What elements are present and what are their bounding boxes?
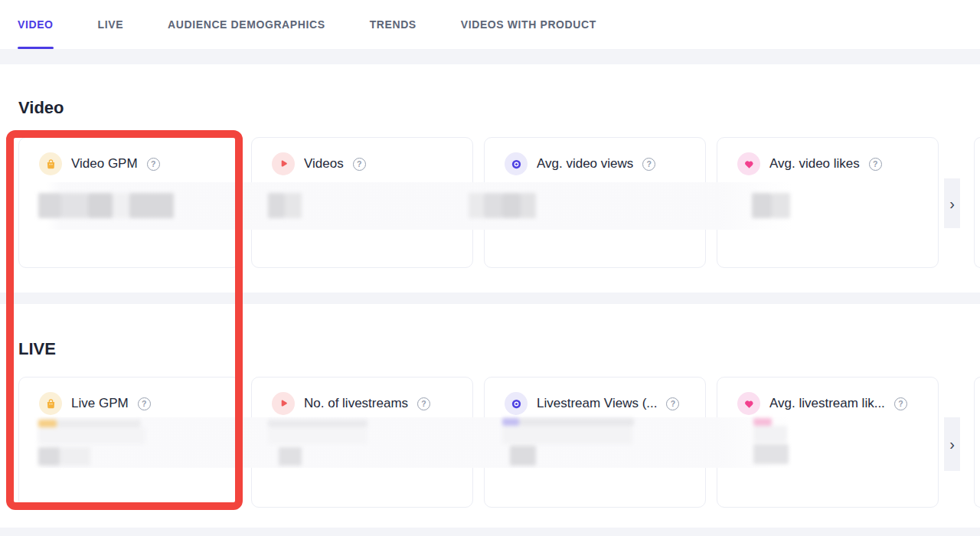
views-icon: [505, 392, 528, 415]
panel-divider: [0, 293, 980, 304]
metric-card-live-gpm: Live GPM ?: [18, 377, 240, 508]
carousel-next-button[interactable]: ›: [944, 417, 960, 471]
card-title: Avg. livestream lik...: [769, 396, 885, 411]
tab-videos-with-product[interactable]: VIDEOS WITH PRODUCT: [461, 0, 596, 49]
panel-divider: [0, 49, 980, 64]
card-title: Video GPM: [71, 156, 138, 172]
metric-card-no-of-livestreams: No. of livestreams ?: [251, 377, 473, 508]
help-icon[interactable]: ?: [642, 158, 655, 171]
views-icon: [505, 152, 528, 175]
live-cards-row: Live GPM ? No. of livestreams ?: [0, 377, 980, 508]
card-title: No. of livestreams: [304, 396, 408, 411]
carousel-next-button[interactable]: ›: [944, 178, 960, 228]
help-icon[interactable]: ?: [894, 397, 907, 410]
live-section-heading: LIVE: [18, 304, 980, 359]
help-icon[interactable]: ?: [417, 397, 430, 410]
help-icon[interactable]: ?: [666, 397, 679, 410]
shopping-bag-icon: [39, 392, 62, 415]
next-card-sliver: [974, 377, 980, 508]
metric-card-avg-livestream-likes: Avg. livestream lik... ?: [717, 377, 939, 508]
tab-audience-demographics[interactable]: AUDIENCE DEMOGRAPHICS: [168, 0, 325, 49]
chevron-right-icon: ›: [949, 196, 955, 211]
heart-icon: [737, 392, 760, 415]
metric-card-video-gpm: Video GPM ?: [18, 137, 240, 268]
metric-card-avg-video-views: Avg. video views ?: [484, 137, 706, 268]
help-icon[interactable]: ?: [147, 158, 160, 171]
live-section: LIVE Live GPM ?: [0, 304, 980, 528]
tab-bar: VIDEO LIVE AUDIENCE DEMOGRAPHICS TRENDS …: [0, 0, 980, 49]
card-title: Livestream Views (...: [537, 396, 657, 411]
help-icon[interactable]: ?: [138, 397, 151, 410]
card-title: Videos: [304, 156, 344, 172]
metric-card-avg-video-likes: Avg. video likes ?: [717, 137, 939, 268]
card-title: Avg. video likes: [769, 156, 860, 172]
play-icon: [272, 152, 295, 175]
chevron-right-icon: ›: [949, 436, 955, 452]
tab-trends[interactable]: TRENDS: [370, 0, 416, 49]
help-icon[interactable]: ?: [353, 158, 366, 171]
metric-card-videos: Videos ?: [251, 137, 473, 268]
heart-icon: [737, 152, 760, 175]
metric-card-livestream-views: Livestream Views (... ?: [484, 377, 706, 508]
help-icon[interactable]: ?: [869, 158, 882, 171]
video-section-heading: Video: [18, 64, 980, 118]
video-cards-row: Video GPM ? Videos ?: [0, 137, 980, 268]
shopping-bag-icon: [39, 152, 62, 175]
tab-live[interactable]: LIVE: [98, 0, 124, 49]
video-section: Video Video GPM ?: [0, 64, 980, 293]
next-card-sliver: [974, 137, 980, 268]
tab-video[interactable]: VIDEO: [18, 0, 54, 49]
play-icon: [272, 392, 295, 415]
card-title: Live GPM: [71, 396, 129, 411]
card-title: Avg. video views: [537, 156, 633, 172]
